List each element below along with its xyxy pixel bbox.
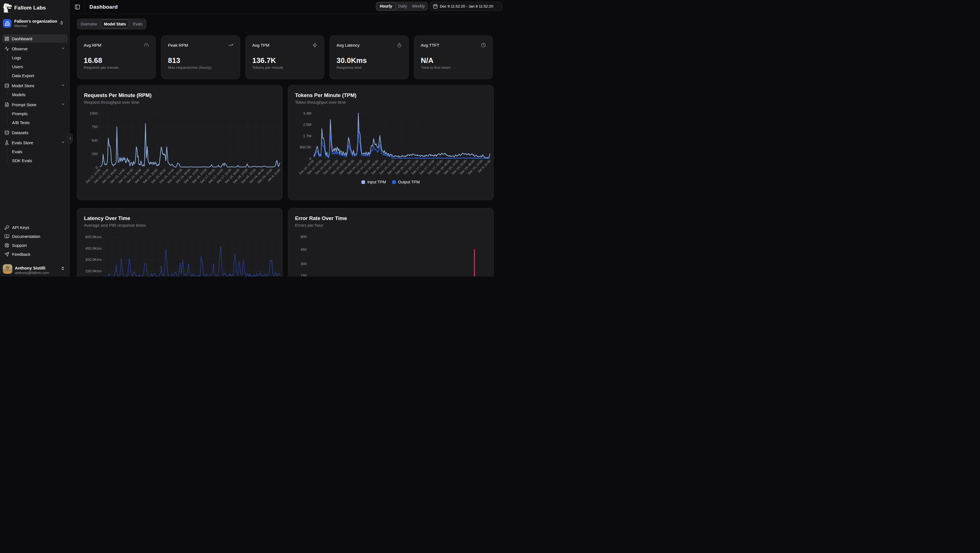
svg-text:1.7M: 1.7M bbox=[303, 134, 311, 138]
svg-text:1000: 1000 bbox=[89, 111, 97, 115]
svg-text:600.0Kms: 600.0Kms bbox=[85, 235, 102, 239]
svg-text:600: 600 bbox=[301, 234, 307, 239]
svg-text:250: 250 bbox=[91, 152, 97, 156]
svg-text:450.0Kms: 450.0Kms bbox=[85, 246, 102, 250]
svg-text:2.5M: 2.5M bbox=[303, 123, 311, 127]
svg-text:750: 750 bbox=[91, 125, 97, 129]
svg-text:500: 500 bbox=[91, 139, 97, 143]
svg-text:300: 300 bbox=[301, 262, 307, 266]
svg-text:300.0Kms: 300.0Kms bbox=[85, 258, 102, 262]
svg-text:3.4M: 3.4M bbox=[303, 111, 311, 115]
svg-text:850.0K: 850.0K bbox=[300, 145, 312, 149]
svg-text:150.0Kms: 150.0Kms bbox=[85, 269, 102, 273]
svg-text:150: 150 bbox=[301, 273, 307, 276]
svg-text:450: 450 bbox=[301, 247, 307, 252]
